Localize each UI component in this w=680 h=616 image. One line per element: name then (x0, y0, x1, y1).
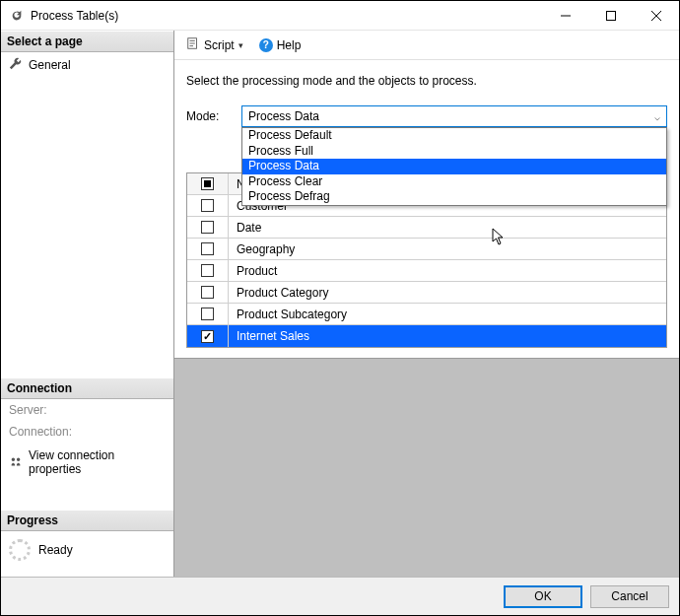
wrench-icon (9, 56, 23, 73)
chevron-down-icon: ⌵ (654, 111, 660, 122)
server-label: Server: (1, 399, 173, 421)
help-label: Help (277, 38, 302, 52)
select-page-header: Select a page (1, 31, 173, 52)
row-checkbox[interactable] (201, 264, 214, 277)
row-name-cell: Date (229, 221, 666, 235)
header-checkbox[interactable] (201, 177, 214, 190)
mode-option[interactable]: Process Defrag (242, 189, 666, 205)
mode-select[interactable]: Process Data ⌵ (241, 105, 667, 127)
row-checkbox-cell[interactable] (187, 217, 229, 238)
connection-label: Connection: (1, 421, 173, 443)
chevron-down-icon: ▾ (238, 40, 243, 50)
window-title: Process Table(s) (31, 9, 118, 23)
view-connection-properties[interactable]: View connection properties (1, 443, 173, 476)
ok-button[interactable]: OK (504, 585, 582, 608)
help-button[interactable]: ? Help (253, 35, 307, 55)
connection-header: Connection (1, 377, 173, 399)
row-checkbox[interactable] (201, 308, 214, 320)
row-checkbox-cell[interactable] (187, 195, 229, 216)
mode-row: Mode: Process Data ⌵ Process DefaultProc… (186, 105, 667, 127)
script-label: Script (204, 38, 235, 52)
sidebar-item-label: General (29, 58, 71, 72)
dialog-window: Process Table(s) Select a page General (0, 0, 680, 616)
cancel-label: Cancel (611, 589, 647, 603)
sidebar-item-general[interactable]: General (1, 52, 173, 77)
row-checkbox-cell[interactable] (187, 239, 229, 259)
instruction-text: Select the processing mode and the objec… (186, 74, 667, 88)
right-panel: Script ▾ ? Help Select the processing mo… (174, 31, 679, 577)
close-button[interactable] (634, 1, 679, 31)
script-icon (186, 36, 200, 53)
row-name-cell: Product Category (229, 286, 666, 300)
table-row[interactable]: Product (187, 260, 666, 282)
row-checkbox[interactable] (201, 221, 214, 234)
row-name-cell: Product Subcategory (229, 308, 666, 321)
row-name-cell: Product (229, 264, 666, 278)
cancel-button[interactable]: Cancel (590, 585, 669, 608)
left-panel: Select a page General Connection Server:… (1, 31, 174, 577)
spinner-icon (9, 539, 31, 561)
row-checkbox-cell[interactable] (187, 260, 229, 281)
row-checkbox[interactable] (201, 199, 214, 212)
row-name-cell: Internet Sales (229, 329, 666, 343)
mode-option[interactable]: Process Default (242, 128, 666, 144)
row-checkbox-cell[interactable] (187, 282, 229, 303)
dialog-body: Select a page General Connection Server:… (1, 31, 679, 578)
refresh-icon (9, 8, 25, 24)
minimize-button[interactable] (543, 1, 588, 31)
row-name-cell: Geography (229, 242, 666, 256)
help-icon: ? (259, 38, 273, 52)
mode-option[interactable]: Process Data (242, 159, 666, 174)
ok-label: OK (534, 589, 551, 603)
titlebar: Process Table(s) (1, 1, 679, 31)
content-area: Select the processing mode and the objec… (174, 60, 679, 577)
mode-selected-value: Process Data (248, 109, 319, 123)
mode-option[interactable]: Process Full (242, 144, 666, 160)
progress-row: Ready (1, 531, 173, 569)
toolbar: Script ▾ ? Help (174, 31, 679, 60)
progress-header: Progress (1, 510, 173, 531)
table-row[interactable]: Product Subcategory (187, 304, 666, 325)
svg-rect-1 (607, 11, 616, 20)
content-inner: Select the processing mode and the objec… (174, 60, 679, 359)
connection-icon (9, 454, 23, 471)
mode-label: Mode: (186, 109, 234, 123)
table-row[interactable]: Product Category (187, 282, 666, 304)
row-checkbox-cell[interactable] (187, 304, 229, 324)
table-row[interactable]: Geography (187, 239, 666, 260)
header-checkbox-cell[interactable] (187, 173, 229, 194)
maximize-button[interactable] (588, 1, 634, 31)
table-row[interactable]: Internet Sales (187, 325, 666, 347)
view-connection-label: View connection properties (29, 448, 166, 476)
row-checkbox-cell[interactable] (187, 325, 229, 347)
footer: OK Cancel (1, 578, 679, 615)
mode-option[interactable]: Process Clear (242, 174, 666, 190)
row-checkbox[interactable] (201, 242, 214, 255)
row-checkbox[interactable] (201, 286, 214, 299)
script-button[interactable]: Script ▾ (180, 34, 249, 56)
row-checkbox[interactable] (201, 330, 214, 343)
mode-dropdown[interactable]: Process DefaultProcess FullProcess DataP… (241, 127, 667, 206)
table-row[interactable]: Date (187, 217, 666, 239)
window-controls (543, 1, 679, 31)
progress-status: Ready (38, 543, 73, 557)
